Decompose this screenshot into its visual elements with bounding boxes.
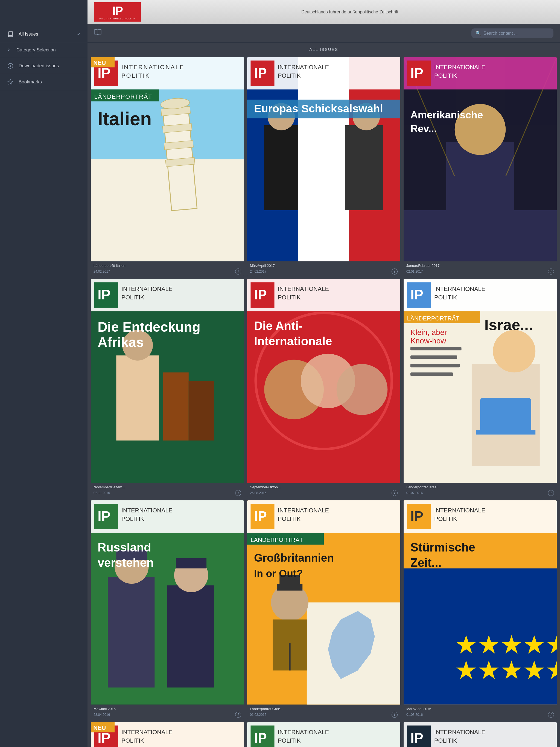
app-logo: IP INTERNATIONALE POLITIK: [94, 2, 141, 22]
issue-date-row-6: 01.07.2016 i: [406, 490, 554, 496]
svg-text:Klein, aber: Klein, aber: [410, 328, 447, 337]
issue-title-4: November/Dezem...: [94, 485, 241, 489]
svg-text:LÄNDERPORTRÄT: LÄNDERPORTRÄT: [251, 537, 303, 544]
issue-card-9[interactable]: ★★★★★ ★★★★★ IP INTERNATIONALE POLITIK St…: [404, 500, 557, 719]
section-title: ALL ISSUES: [87, 43, 560, 55]
issue-card-4[interactable]: IP INTERNATIONALE POLITIK Die Entdeckung…: [91, 279, 244, 497]
svg-text:Israe...: Israe...: [485, 316, 533, 333]
svg-text:IP: IP: [410, 509, 423, 524]
svg-text:LÄNDERPORTRÄT: LÄNDERPORTRÄT: [94, 93, 152, 100]
issue-card-10[interactable]: IP INTERNATIONALE POLITIK LÄNDERPORTRÄT …: [91, 722, 244, 747]
issue-info-button-6[interactable]: i: [548, 490, 554, 496]
issue-cover-2: IP INTERNATIONALE POLITIK Europas Schick…: [247, 57, 400, 261]
issue-info-7: Mai/Juni 2016 28.04.2016 i: [91, 705, 244, 719]
svg-text:POLITIK: POLITIK: [434, 737, 457, 744]
issue-date-1: 24.02.2017: [94, 269, 110, 274]
issue-info-button-2[interactable]: i: [391, 268, 398, 275]
book-icon: [6, 31, 14, 37]
svg-rect-91: [108, 577, 154, 687]
issue-cover-1: IP INTERNATIONALE POLITIK LÄNDERPORTRÄT …: [91, 57, 244, 261]
secondary-bar: 🔍: [87, 24, 560, 43]
issue-info-button-8[interactable]: i: [391, 712, 398, 718]
issue-info-1: Länderporträt Italien 24.02.2017 i: [91, 261, 244, 276]
issue-date-row-2: 24.02.2017 i: [250, 268, 398, 275]
svg-text:Afrikas: Afrikas: [98, 335, 144, 350]
sidebar-item-category-selection-label: Category Selection: [17, 47, 56, 53]
sidebar-item-downloaded-issues[interactable]: Downloaded issues: [0, 58, 87, 74]
issue-card-8[interactable]: IP INTERNATIONALE POLITIK LÄNDERPORTRÄT …: [247, 500, 400, 719]
issue-info-4: November/Dezem... 02.11.2016 i: [91, 483, 244, 497]
issue-card-2[interactable]: IP INTERNATIONALE POLITIK Europas Schick…: [247, 57, 400, 276]
issue-title-1: Länderporträt Italien: [94, 264, 241, 268]
issue-title-2: März/April 2017: [250, 264, 398, 268]
issue-info-button-9[interactable]: i: [548, 712, 554, 718]
search-input[interactable]: [483, 31, 549, 36]
issue-card-11[interactable]: IP INTERNATIONALE POLITIK Blackbox Iran …: [247, 722, 400, 747]
sidebar-logo-area: [0, 0, 87, 24]
svg-text:INTERNATIONALE: INTERNATIONALE: [121, 729, 173, 736]
svg-rect-5: [91, 159, 244, 261]
bookmark-icon: [6, 79, 14, 85]
tagline: Deutschlands führende außenpolitische Ze…: [146, 9, 554, 15]
issues-grid: IP INTERNATIONALE POLITIK LÄNDERPORTRÄT …: [87, 55, 560, 747]
svg-text:Rev...: Rev...: [410, 123, 437, 134]
issue-date-3: 02.01.2017: [406, 269, 423, 274]
issue-date-5: 26.08.2016: [250, 491, 266, 495]
svg-text:Zeit...: Zeit...: [410, 556, 441, 569]
sidebar-item-all-issues[interactable]: All issues ✓: [0, 26, 87, 42]
issue-info-button-7[interactable]: i: [235, 712, 241, 718]
logo-letters: IP: [112, 5, 123, 17]
svg-text:Großbritannien: Großbritannien: [254, 551, 334, 564]
svg-text:INTERNATIONALE: INTERNATIONALE: [121, 507, 173, 514]
svg-text:NEU: NEU: [93, 59, 106, 66]
issue-card-1[interactable]: IP INTERNATIONALE POLITIK LÄNDERPORTRÄT …: [91, 57, 244, 276]
svg-text:Italien: Italien: [98, 108, 152, 129]
issue-card-3[interactable]: IP INTERNATIONALE POLITIK Amerikanische …: [404, 57, 557, 276]
svg-rect-27: [345, 125, 383, 210]
issue-cover-11: IP INTERNATIONALE POLITIK Blackbox Iran: [247, 722, 400, 747]
issue-title-3: Januar/Februar 2017: [406, 264, 554, 268]
issue-cover-9: ★★★★★ ★★★★★ IP INTERNATIONALE POLITIK St…: [404, 500, 557, 705]
grid-row-2: IP INTERNATIONALE POLITIK Die Entdeckung…: [91, 279, 557, 497]
svg-text:Stürmische: Stürmische: [410, 541, 475, 554]
svg-text:POLITIK: POLITIK: [434, 72, 457, 79]
svg-text:★★★★★: ★★★★★: [455, 656, 557, 685]
svg-rect-50: [163, 372, 188, 440]
issue-date-2: 24.02.2017: [250, 269, 266, 274]
search-box[interactable]: 🔍: [472, 28, 554, 38]
issue-cover-5: IP INTERNATIONALE POLITIK Die Anti- Inte…: [247, 279, 400, 483]
issue-card-5[interactable]: IP INTERNATIONALE POLITIK Die Anti- Inte…: [247, 279, 400, 497]
topbar: IP INTERNATIONALE POLITIK Deutschlands f…: [87, 0, 560, 24]
issue-title-6: Länderporträt Israel: [406, 485, 554, 489]
issue-info-button-4[interactable]: i: [235, 490, 241, 496]
issue-date-6: 01.07.2016: [406, 491, 423, 495]
issue-card-12[interactable]: IP INTERNATIONALE POLITIK Die Unvollende…: [404, 722, 557, 747]
svg-text:IP: IP: [254, 730, 267, 746]
sidebar-item-bookmarks[interactable]: Bookmarks: [0, 74, 87, 90]
issue-card-6[interactable]: IP INTERNATIONALE POLITIK LÄNDERPORTRÄT …: [404, 279, 557, 497]
svg-rect-76: [410, 347, 462, 350]
svg-rect-78: [410, 364, 460, 367]
issue-cover-3: IP INTERNATIONALE POLITIK Amerikanische …: [404, 57, 557, 261]
svg-text:POLITIK: POLITIK: [121, 737, 144, 744]
issue-info-button-1[interactable]: i: [235, 268, 241, 275]
svg-rect-74: [480, 398, 531, 432]
svg-text:IP: IP: [410, 66, 423, 81]
issue-cover-6: IP INTERNATIONALE POLITIK LÄNDERPORTRÄT …: [404, 279, 557, 483]
svg-text:POLITIK: POLITIK: [278, 294, 301, 301]
svg-text:★★★★★: ★★★★★: [455, 630, 557, 659]
sidebar-item-category-selection[interactable]: Category Selection: [0, 42, 87, 58]
svg-text:POLITIK: POLITIK: [121, 515, 144, 522]
issue-info-button-5[interactable]: i: [391, 490, 398, 496]
svg-text:Amerikanische: Amerikanische: [410, 109, 483, 121]
reading-icon[interactable]: [94, 28, 102, 38]
issue-card-7[interactable]: IP INTERNATIONALE POLITIK Russland verst…: [91, 500, 244, 719]
checkmark-icon: ✓: [77, 31, 81, 37]
issue-date-row-1: 24.02.2017 i: [94, 268, 241, 275]
sidebar-item-downloaded-issues-label: Downloaded issues: [19, 63, 59, 69]
svg-text:In or Out?: In or Out?: [254, 568, 303, 579]
svg-text:IP: IP: [254, 287, 267, 302]
svg-point-62: [337, 364, 388, 415]
search-icon: 🔍: [476, 31, 481, 36]
issue-info-button-3[interactable]: i: [548, 268, 554, 275]
